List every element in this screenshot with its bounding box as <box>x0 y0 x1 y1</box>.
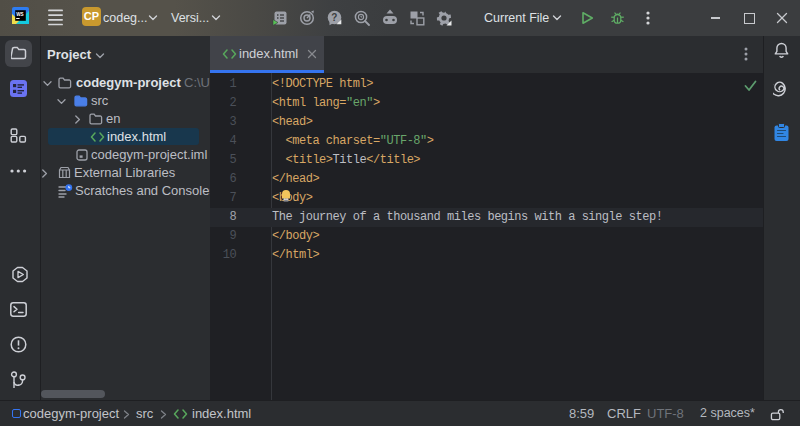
svg-text:?: ? <box>331 12 337 23</box>
svg-text:WS: WS <box>16 12 23 17</box>
